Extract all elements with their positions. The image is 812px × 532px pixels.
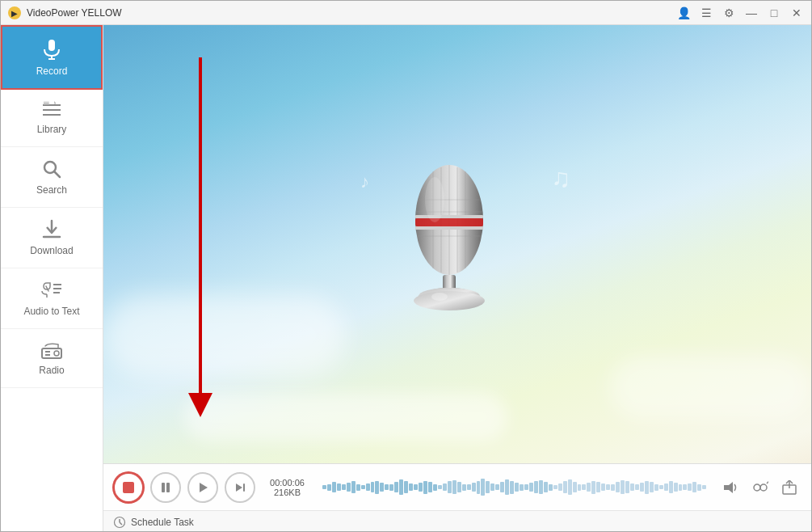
waveform-bar: [371, 482, 375, 492]
skip-forward-button[interactable]: [225, 472, 255, 503]
waveform-bar: [630, 483, 634, 492]
waveform-bar: [452, 480, 456, 495]
stop-icon: [123, 482, 134, 493]
svg-line-12: [54, 171, 60, 177]
cloud-decoration: [103, 295, 346, 376]
sidebar-library-label: Library: [37, 124, 67, 135]
waveform-bar: [563, 481, 567, 492]
sidebar-item-search[interactable]: Search: [1, 147, 103, 208]
waveform-bar: [601, 483, 605, 492]
download-icon: [41, 219, 62, 240]
waveform-bar: [524, 484, 528, 489]
waveform-bar: [490, 483, 494, 492]
svg-point-52: [760, 484, 767, 491]
schedule-task-bar[interactable]: Schedule Task: [103, 510, 811, 532]
waveform-bar: [361, 485, 365, 489]
waveform-bar: [596, 482, 600, 492]
microphone-decoration: ♪ ♫: [385, 155, 530, 333]
sidebar-record-label: Record: [36, 65, 68, 77]
sidebar-search-label: Search: [36, 184, 67, 196]
search-icon: [41, 158, 62, 179]
svg-marker-47: [200, 483, 208, 492]
minimize-button[interactable]: —: [743, 6, 759, 19]
settings-icon[interactable]: ⚙: [721, 6, 737, 19]
app-title: VideoPower YELLOW: [27, 7, 675, 19]
music-note-1: ♪: [360, 171, 369, 192]
file-size: 216KB: [274, 488, 301, 497]
waveform-bar: [611, 484, 615, 491]
svg-rect-46: [166, 483, 170, 492]
waveform-display: [322, 472, 706, 503]
titlebar: ▶ VideoPower YELLOW 👤 ☰ ⚙ — □ ✕: [1, 1, 811, 25]
svg-rect-49: [243, 483, 245, 492]
waveform-bar: [477, 481, 481, 494]
waveform-bar: [351, 481, 356, 492]
right-controls: [719, 475, 801, 500]
svg-marker-50: [724, 482, 733, 493]
waveform-bar: [385, 484, 389, 489]
waveform-bar: [433, 484, 437, 491]
waveform-bar: [529, 483, 533, 492]
waveform-bar: [448, 481, 452, 492]
waveform-bar: [495, 484, 499, 489]
waveform-bar: [549, 484, 553, 491]
time-display: 00:00:06 216KB: [265, 478, 309, 497]
pause-icon: [160, 482, 171, 493]
waveform-bar: [702, 485, 706, 489]
waveform-bar: [510, 481, 514, 494]
svg-point-20: [54, 351, 59, 356]
waveform-bar: [389, 484, 393, 491]
sidebar-item-download[interactable]: Download: [1, 208, 103, 268]
user-icon[interactable]: 👤: [675, 6, 692, 19]
audio-channel-button[interactable]: [748, 475, 772, 500]
waveform-bar: [481, 479, 485, 496]
volume-button[interactable]: [719, 475, 743, 500]
svg-point-41: [414, 291, 485, 310]
waveform-bar: [625, 481, 629, 492]
svg-point-37: [425, 177, 444, 222]
waveform-bar: [394, 482, 398, 492]
microphone-icon: [40, 38, 63, 61]
menu-icon[interactable]: ☰: [698, 6, 714, 19]
control-bar: 00:00:06 216KB: [103, 463, 811, 510]
sidebar-item-radio[interactable]: Radio: [1, 329, 103, 388]
play-button[interactable]: [187, 472, 218, 503]
library-icon: ≡ ♪: [41, 101, 62, 119]
close-button[interactable]: ✕: [789, 6, 805, 19]
sidebar-audio-to-text-label: Audio to Text: [23, 306, 79, 317]
waveform-bar: [692, 482, 696, 492]
background-scene: ♪ ♫: [103, 25, 811, 463]
audio-to-text-icon: [40, 280, 63, 301]
waveform-bar: [438, 485, 442, 489]
waveform-bar: [621, 480, 625, 495]
waveform-bar: [544, 482, 548, 492]
sidebar-item-audio-to-text[interactable]: Audio to Text: [1, 268, 103, 329]
sidebar-item-record[interactable]: Record: [1, 25, 103, 90]
waveform-bar: [674, 483, 678, 492]
waveform-bar: [414, 484, 418, 489]
waveform-bar: [587, 483, 591, 492]
cloud-decoration-3: [184, 393, 507, 441]
pause-button[interactable]: [150, 472, 181, 503]
waveform-bar: [578, 484, 582, 491]
waveform-bar: [472, 483, 476, 492]
waveform-bar: [342, 484, 346, 489]
music-note-2: ♫: [551, 163, 570, 193]
waveform-bar: [337, 483, 341, 492]
waveform-bar: [635, 484, 639, 489]
waveform-bar: [553, 485, 557, 489]
maximize-button[interactable]: □: [766, 6, 782, 19]
svg-line-57: [120, 522, 122, 525]
waveform-bar: [462, 484, 466, 491]
waveform-bar: [404, 481, 408, 492]
waveform-bar: [505, 479, 509, 495]
stop-record-button[interactable]: [113, 472, 144, 503]
waveform-bar: [573, 482, 577, 492]
waveform-bar: [486, 481, 490, 492]
export-button[interactable]: [777, 475, 801, 500]
main-layout: Record ≡ ♪ Library Search: [1, 25, 811, 532]
sidebar-item-library[interactable]: ≡ ♪ Library: [1, 90, 103, 147]
radio-icon: [40, 340, 63, 360]
waveform-bar: [520, 484, 524, 491]
waveform-bar: [640, 483, 644, 492]
